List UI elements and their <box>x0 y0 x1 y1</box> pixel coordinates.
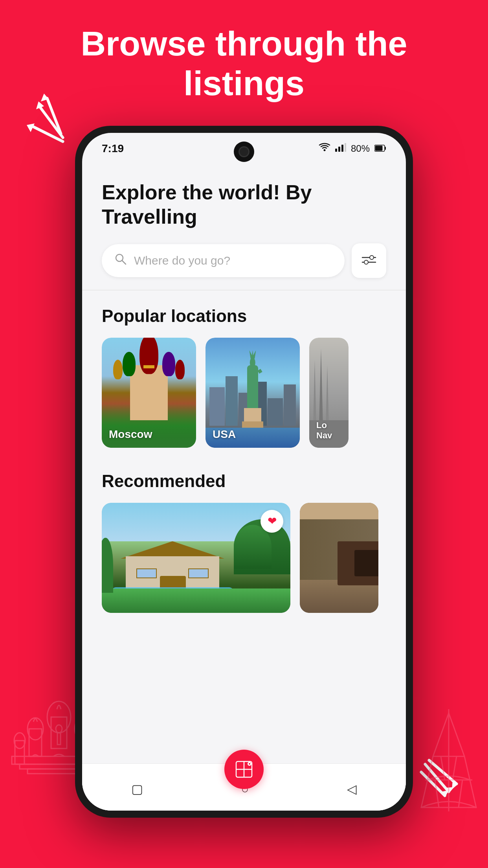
location-card-nav[interactable]: LoNav <box>309 338 349 448</box>
phone-mockup: 7:19 <box>75 126 413 818</box>
status-time: 7:19 <box>102 142 124 155</box>
phone-screen: 7:19 <box>82 133 406 811</box>
location-card-usa[interactable]: USA <box>205 338 300 448</box>
svg-rect-29 <box>335 149 337 152</box>
signal-icon <box>335 143 346 154</box>
rec-card-interior[interactable] <box>300 503 378 613</box>
search-input-wrapper[interactable]: Where do you go? <box>102 244 345 277</box>
rec-card-villa[interactable]: ❤ <box>102 503 290 613</box>
wifi-icon <box>319 143 330 154</box>
recents-button[interactable]: ▢ <box>131 782 143 796</box>
phone-frame: 7:19 <box>75 126 413 818</box>
camera-notch <box>234 142 254 162</box>
locations-scroll[interactable]: Moscow <box>82 338 406 448</box>
app-content: Explore the world! By Travelling Where <box>82 164 406 763</box>
battery-percentage: 80% <box>351 143 370 154</box>
svg-rect-35 <box>375 146 383 151</box>
svg-rect-13 <box>15 741 24 764</box>
location-card-moscow[interactable]: Moscow <box>102 338 196 448</box>
recommended-scroll[interactable]: ❤ <box>82 503 406 613</box>
hero-title: Explore the world! By Travelling <box>102 180 386 229</box>
svg-point-40 <box>370 256 374 259</box>
recommended-title: Recommended <box>82 471 406 491</box>
popular-locations-section: Popular locations <box>82 291 406 456</box>
hero-section: Explore the world! By Travelling Where <box>82 164 406 290</box>
fab-button[interactable] <box>224 750 264 789</box>
svg-rect-32 <box>345 143 346 152</box>
recommended-section: Recommended <box>82 456 406 621</box>
svg-line-2 <box>47 98 61 134</box>
svg-rect-31 <box>341 145 343 152</box>
svg-rect-9 <box>29 729 42 756</box>
svg-rect-20 <box>57 733 61 745</box>
sparks-top-left <box>24 90 75 155</box>
location-label-moscow: Moscow <box>109 428 152 441</box>
back-button[interactable]: ◁ <box>347 782 357 796</box>
location-label-usa: USA <box>213 428 236 441</box>
svg-rect-30 <box>338 147 340 152</box>
svg-point-19 <box>56 725 62 733</box>
eiffel-illustration <box>413 709 484 829</box>
wishlist-button-villa[interactable]: ❤ <box>261 510 283 533</box>
svg-point-41 <box>364 260 368 264</box>
svg-rect-34 <box>385 147 386 150</box>
popular-locations-title: Popular locations <box>82 306 406 326</box>
search-icon <box>114 253 127 268</box>
svg-point-28 <box>323 149 325 151</box>
location-label-nav: LoNav <box>316 420 332 441</box>
status-icons: 80% <box>319 143 386 154</box>
search-row: Where do you go? <box>102 243 386 278</box>
svg-line-37 <box>122 261 126 264</box>
battery-icon <box>374 143 386 154</box>
search-placeholder: Where do you go? <box>134 254 230 267</box>
filter-button[interactable] <box>352 243 386 278</box>
